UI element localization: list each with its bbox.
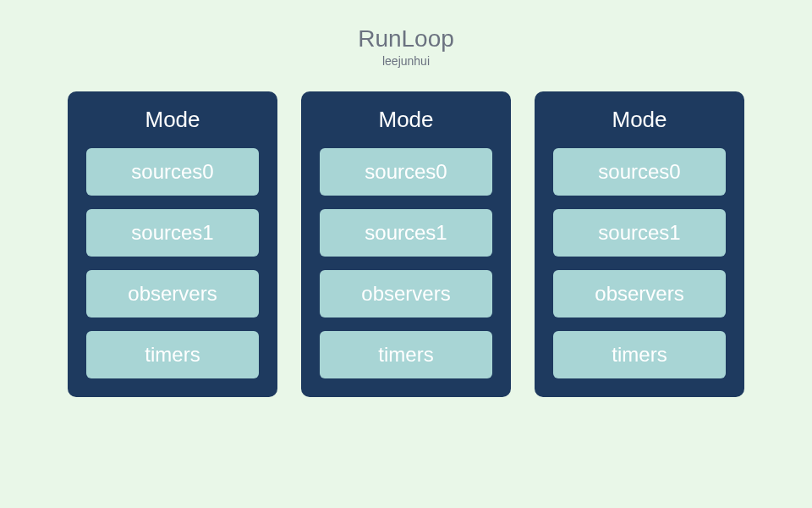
mode-card: Mode sources0 sources1 observers timers bbox=[535, 91, 744, 397]
mode-item-timers: timers bbox=[86, 331, 259, 378]
mode-item-sources0: sources0 bbox=[553, 148, 726, 196]
mode-title: Mode bbox=[612, 107, 667, 133]
mode-title: Mode bbox=[145, 107, 200, 133]
modes-container: Mode sources0 sources1 observers timers … bbox=[68, 91, 744, 397]
mode-card: Mode sources0 sources1 observers timers bbox=[68, 91, 277, 397]
mode-title: Mode bbox=[378, 107, 433, 133]
mode-item-timers: timers bbox=[320, 331, 492, 378]
diagram-subtitle: leejunhui bbox=[382, 54, 430, 68]
mode-item-observers: observers bbox=[320, 270, 492, 318]
mode-item-sources0: sources0 bbox=[86, 148, 259, 196]
mode-item-sources1: sources1 bbox=[553, 209, 726, 257]
mode-item-observers: observers bbox=[86, 270, 259, 318]
mode-item-sources1: sources1 bbox=[320, 209, 492, 257]
diagram-title: RunLoop bbox=[358, 25, 454, 52]
mode-item-sources1: sources1 bbox=[86, 209, 259, 257]
mode-item-sources0: sources0 bbox=[320, 148, 492, 196]
mode-card: Mode sources0 sources1 observers timers bbox=[301, 91, 511, 397]
mode-item-observers: observers bbox=[553, 270, 726, 318]
mode-item-timers: timers bbox=[553, 331, 726, 378]
